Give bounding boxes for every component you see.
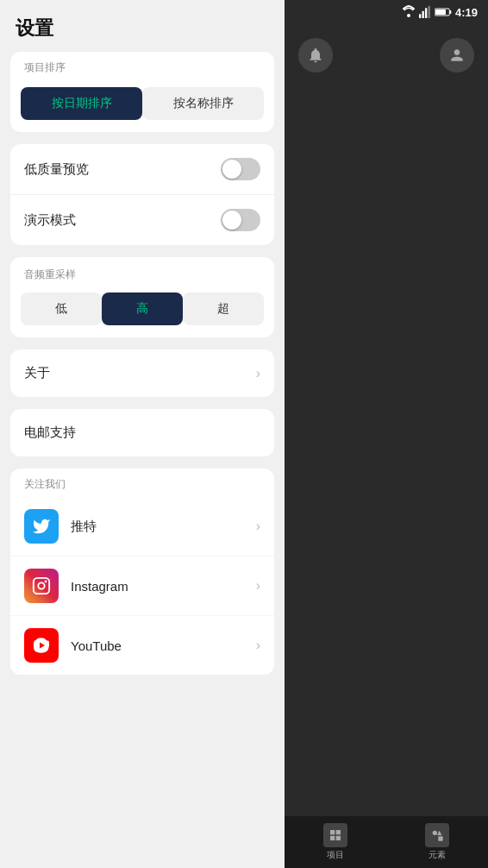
svg-rect-10 (435, 9, 446, 15)
nav-projects-label: 项目 (327, 849, 344, 861)
page-title: 设置 (0, 0, 285, 52)
svg-point-2 (45, 581, 47, 583)
time-display: 4:19 (455, 6, 478, 19)
low-quality-label: 低质量预览 (24, 161, 89, 178)
twitter-icon (24, 509, 59, 544)
sort-section: 项目排序 按日期排序 按名称排序 (10, 52, 274, 132)
instagram-label: Instagram (71, 579, 256, 594)
instagram-follow-item[interactable]: Instagram › (10, 557, 274, 616)
twitter-chevron-icon: › (256, 519, 260, 534)
nav-elements[interactable]: 元素 (425, 823, 449, 861)
sort-by-name-button[interactable]: 按名称排序 (142, 87, 264, 120)
svg-rect-6 (425, 8, 427, 18)
sort-buttons-group: 按日期排序 按名称排序 (10, 80, 274, 132)
svg-rect-5 (422, 11, 423, 18)
youtube-icon (24, 628, 59, 663)
elements-icon (425, 823, 449, 847)
demo-mode-toggle[interactable] (221, 209, 260, 231)
follow-section: 关注我们 推特 › Instagram › (10, 469, 274, 675)
resample-ultra-button[interactable]: 超 (183, 292, 264, 325)
about-chevron-icon: › (256, 366, 260, 381)
resample-label: 音频重采样 (10, 257, 274, 287)
status-bar: 4:19 (285, 0, 488, 24)
battery-icon (435, 6, 452, 18)
demo-mode-label: 演示模式 (24, 212, 76, 229)
profile-icon[interactable] (440, 38, 474, 72)
resample-section: 音频重采样 低 高 超 (10, 257, 274, 337)
follow-section-label: 关注我们 (10, 469, 274, 497)
youtube-chevron-icon: › (256, 638, 260, 653)
instagram-icon (24, 569, 59, 603)
bottom-navigation: 项目 元素 (285, 816, 488, 868)
svg-rect-0 (34, 578, 49, 594)
toggles-section: 低质量预览 演示模式 (10, 144, 274, 245)
about-menu-item[interactable]: 关于 › (10, 349, 274, 397)
email-support-label: 电邮支持 (24, 425, 76, 441)
twitter-label: 推特 (71, 519, 256, 535)
status-icons: 4:19 (402, 5, 478, 19)
email-support-menu-item[interactable]: 电邮支持 (10, 409, 274, 456)
sort-section-label: 项目排序 (10, 52, 274, 80)
resample-buttons-group: 低 高 超 (10, 287, 274, 337)
low-quality-toggle[interactable] (221, 158, 260, 180)
svg-rect-12 (438, 836, 442, 840)
svg-point-11 (433, 831, 437, 835)
notification-icon[interactable] (298, 38, 333, 72)
wifi-icon (402, 5, 416, 19)
twitter-follow-item[interactable]: 推特 › (10, 497, 274, 557)
svg-point-1 (38, 582, 44, 588)
projects-icon (323, 823, 347, 847)
sort-by-date-button[interactable]: 按日期排序 (21, 87, 142, 120)
low-quality-row: 低质量预览 (10, 144, 274, 195)
svg-rect-9 (449, 10, 451, 14)
svg-rect-7 (428, 6, 429, 18)
about-label: 关于 (24, 365, 50, 381)
nav-elements-label: 元素 (429, 849, 446, 861)
nav-projects[interactable]: 项目 (323, 823, 347, 861)
signal-icon (419, 6, 431, 18)
right-panel: 4:19 项目 (285, 0, 488, 868)
resample-low-button[interactable]: 低 (21, 292, 102, 325)
svg-rect-4 (419, 14, 421, 18)
settings-panel: 设置 项目排序 按日期排序 按名称排序 低质量预览 演示模式 音频重采样 低 高… (0, 0, 285, 868)
youtube-label: YouTube (71, 638, 256, 653)
svg-point-3 (407, 14, 410, 17)
instagram-chevron-icon: › (256, 578, 260, 594)
resample-high-button[interactable]: 高 (102, 292, 183, 325)
youtube-follow-item[interactable]: YouTube › (10, 616, 274, 675)
demo-mode-row: 演示模式 (10, 195, 274, 245)
